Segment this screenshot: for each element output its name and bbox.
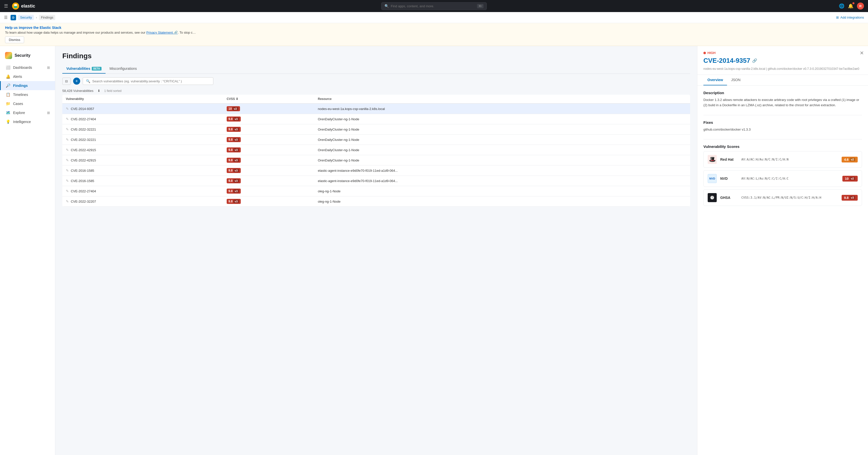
sidebar-item-label: Findings [13, 84, 28, 88]
table-row[interactable]: ✎ CVE-2022-32221 9.8 v3 OrenDailyCluster… [62, 135, 690, 145]
global-search-input[interactable] [391, 4, 475, 8]
score-logo-redhat: 🎩 [708, 155, 717, 164]
search-kbd: ⌘/ [477, 4, 484, 8]
col-header-cvss[interactable]: CVSS ⬇ [223, 95, 314, 103]
external-link-icon[interactable]: 🔗 [752, 58, 757, 63]
row-action-icon[interactable]: ✎ [66, 148, 69, 152]
table-row[interactable]: ✎ CVE-2014-9357 10 v2 nodes-eu-west-1a.k… [62, 103, 690, 114]
score-version: v2 [850, 177, 855, 180]
detail-tab-overview[interactable]: Overview [703, 75, 727, 85]
vuln-id: CVE-2022-42915 [71, 158, 96, 162]
cvss-version: v3 [234, 128, 239, 131]
tab-misconfigurations[interactable]: Misconfigurations [105, 64, 141, 73]
cvss-version: v3 [234, 117, 239, 121]
detail-close-button[interactable]: ✕ [860, 50, 864, 56]
grid-icon: ⊞ [836, 15, 839, 19]
sidebar-item-cases[interactable]: 📁 Cases [0, 99, 55, 108]
table-row[interactable]: ✎ CVE-2022-27404 9.8 v3 oleg-ng-1-Node [62, 186, 690, 196]
vulnerability-search-input[interactable] [92, 79, 210, 83]
cvss-version: v3 [234, 200, 239, 203]
cell-cvss: 9.8 v3 [223, 186, 314, 196]
sidebar-title: Security [14, 53, 30, 58]
sidebar-item-label: Alerts [13, 74, 22, 78]
alerts-icon: 🔔 [6, 74, 10, 79]
tab-vulnerabilities[interactable]: Vulnerabilities BETA [62, 64, 105, 73]
score-card: GHSA CVSS:3.1/AV:N/AC:L/PR:N/UI:N/S:U/C:… [703, 189, 862, 206]
cvss-version: v2 [232, 107, 238, 110]
sidebar-item-timelines[interactable]: 📋 Timelines [0, 90, 55, 99]
sidebar-item-explore[interactable]: 🗺️ Explore ⊞ [0, 108, 55, 117]
add-integrations-button[interactable]: ⊞ Add integrations [836, 15, 864, 19]
cvss-version: v3 [234, 179, 239, 183]
cell-resource: OrenDailyCluster-ng-1-Node [314, 155, 690, 165]
menu-button[interactable]: ☰ [4, 15, 7, 20]
cell-cvss: 9.8 v3 [223, 165, 314, 176]
sidebar-item-intelligence[interactable]: 💡 Intelligence [0, 117, 55, 126]
row-action-icon[interactable]: ✎ [66, 199, 69, 203]
row-action-icon[interactable]: ✎ [66, 158, 69, 162]
cve-id: CVE-2014-9357 [703, 57, 750, 65]
cve-host: nodes-eu-west-1a.kops-csp-vanilla-2.k8s.… [703, 67, 765, 71]
cvss-badge: 9.8 v3 [227, 178, 241, 183]
sidebar-item-label: Intelligence [13, 120, 31, 124]
divider-2 [703, 139, 862, 139]
filter-button[interactable]: ⊟ [62, 77, 71, 85]
breadcrumb-separator: › [36, 16, 37, 19]
severity-badge: HIGH [703, 51, 862, 55]
detail-tab-json[interactable]: JSON [727, 75, 744, 85]
breadcrumb-security[interactable]: Security [18, 15, 34, 20]
cell-vuln-id: ✎ CVE-2016-1585 [62, 165, 223, 176]
cell-resource: elastic-agent-instance-e9d0fe70-f019-11e… [314, 176, 690, 186]
row-action-icon[interactable]: ✎ [66, 117, 69, 121]
cell-resource: oleg-ng-1-Node [314, 186, 690, 196]
sidebar-item-findings[interactable]: 🔎 Findings [0, 81, 55, 90]
cvss-badge: 10 v2 [227, 106, 240, 111]
score-version: v2 [850, 158, 855, 161]
bell-icon[interactable]: 🔔 [848, 3, 854, 9]
cell-cvss: 10 v2 [223, 103, 314, 114]
sidebar-item-alerts[interactable]: 🔔 Alerts [0, 72, 55, 81]
explore-icon: 🗺️ [6, 110, 10, 115]
bell-badge [852, 2, 855, 4]
findings-tabs: Vulnerabilities BETA Misconfigurations [62, 64, 690, 74]
cell-cvss: 9.8 v3 [223, 114, 314, 124]
fixes-section: Fixes github.com/docker/docker v1.3.3 [703, 120, 862, 132]
row-action-icon[interactable]: ✎ [66, 127, 69, 131]
table-row[interactable]: ✎ CVE-2022-42915 9.8 v3 OrenDailyCluster… [62, 155, 690, 165]
vuln-id: CVE-2014-9357 [71, 107, 94, 111]
row-action-icon[interactable]: ✎ [66, 189, 69, 193]
cve-meta: nodes-eu-west-1a.kops-csp-vanilla-2.k8s.… [703, 67, 862, 71]
table-row[interactable]: ✎ CVE-2022-42915 9.8 v3 OrenDailyCluster… [62, 145, 690, 155]
globe-icon[interactable]: 🌐 [839, 3, 844, 9]
cve-package: github.com/docker/docker v0.7.3-0.201903… [768, 67, 859, 71]
search-icon: 🔍 [384, 4, 389, 8]
scores-section: Vulnerability Scores 🎩 Red Hat AV:A/AC:H… [703, 144, 862, 206]
global-search-bar[interactable]: 🔍 ⌘/ [381, 2, 487, 10]
table-row[interactable]: ✎ CVE-2022-32221 9.8 v3 OrenDailyCluster… [62, 124, 690, 135]
col-header-vulnerability: Vulnerability [62, 95, 223, 103]
cvss-version: v3 [234, 169, 239, 172]
row-action-icon[interactable]: ✎ [66, 107, 69, 111]
scores-container: 🎩 Red Hat AV:A/AC:H/Au:N/C:N/I:C/A:N 4.6… [703, 151, 862, 206]
cvss-version: v3 [234, 158, 239, 162]
table-row[interactable]: ✎ CVE-2022-27404 9.8 v3 OrenDailyCluster… [62, 114, 690, 124]
row-action-icon[interactable]: ✎ [66, 179, 69, 183]
table-row[interactable]: ✎ CVE-2016-1585 9.8 v3 elastic-agent-ins… [62, 176, 690, 186]
add-filter-button[interactable]: + [73, 77, 80, 85]
dismiss-button[interactable]: Dismiss [5, 36, 24, 43]
hamburger-button[interactable]: ☰ [4, 3, 8, 9]
vuln-id: CVE-2022-27404 [71, 189, 96, 193]
table-row[interactable]: ✎ CVE-2016-1585 9.8 v3 elastic-agent-ins… [62, 165, 690, 176]
search-input-bar[interactable]: 🔍 [83, 77, 213, 85]
privacy-statement-link[interactable]: Privacy Statement 🔗 [146, 31, 178, 34]
breadcrumb-findings: Findings [39, 15, 55, 20]
sidebar-item-dashboards[interactable]: ⬜ Dashboards ⊞ [0, 63, 55, 72]
row-action-icon[interactable]: ✎ [66, 168, 69, 172]
detail-body: Description Docker 1.3.2 allows remote a… [698, 86, 868, 455]
content-area: Findings Vulnerabilities BETA Misconfigu… [55, 46, 697, 455]
table-row[interactable]: ✎ CVE-2022-32207 9.8 v3 oleg-ng-1-Node [62, 196, 690, 207]
user-avatar[interactable]: R [857, 2, 864, 9]
cell-resource: OrenDailyCluster-ng-1-Node [314, 114, 690, 124]
cell-vuln-id: ✎ CVE-2022-27404 [62, 114, 223, 124]
row-action-icon[interactable]: ✎ [66, 138, 69, 142]
